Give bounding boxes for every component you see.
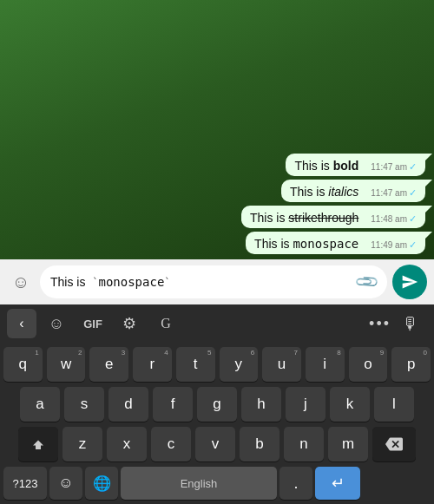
key-d[interactable]: d [108, 387, 148, 422]
sticker-button[interactable]: ☺ [40, 309, 73, 338]
key-language[interactable]: English [121, 467, 277, 500]
keyboard-row-3: z x c v b n m [0, 424, 434, 464]
gif-button[interactable]: GIF [76, 309, 109, 338]
text-input-field[interactable]: This is `monospace` 📎 [40, 265, 387, 298]
key-t[interactable]: 5t [176, 347, 215, 382]
keyboard-row-2: a s d f g h j k l [0, 384, 434, 424]
key-enter[interactable]: ↵ [315, 467, 360, 500]
key-y[interactable]: 6y [220, 347, 259, 382]
message-text-mono: This is monospace [254, 237, 358, 251]
message-bold: This is bold 11:47 am ✓ [286, 154, 425, 176]
key-b[interactable]: b [240, 427, 279, 461]
key-f[interactable]: f [153, 387, 193, 422]
message-text-italic: This is italics [290, 185, 358, 199]
translate-button[interactable]: G [149, 309, 182, 338]
message-italic: This is italics 11:47 am ✓ [281, 180, 425, 202]
key-period[interactable]: . [279, 467, 312, 500]
keyboard-back-button[interactable]: ‹ [7, 309, 36, 338]
key-numbers[interactable]: ?123 [3, 467, 47, 500]
key-h[interactable]: h [241, 387, 281, 422]
message-meta-strikethrough: 11:48 am ✓ [364, 213, 417, 225]
mic-button[interactable]: 🎙 [394, 309, 427, 338]
input-text-content: This is `monospace` [50, 275, 354, 289]
key-q[interactable]: 1q [3, 347, 43, 382]
key-e[interactable]: 3e [89, 347, 128, 382]
key-p[interactable]: 0p [391, 347, 431, 382]
more-options-button[interactable]: ••• [369, 315, 391, 333]
message-meta-mono: 11:49 am ✓ [364, 239, 417, 251]
key-globe[interactable]: 🌐 [85, 467, 118, 500]
message-text-bold: This is bold [294, 159, 358, 173]
key-k[interactable]: k [330, 387, 370, 422]
key-n[interactable]: n [284, 427, 324, 461]
key-g[interactable]: g [197, 387, 237, 422]
check-icon-italic: ✓ [409, 187, 417, 199]
send-button[interactable] [392, 265, 427, 299]
message-text-strikethrough: This is strikethrough [250, 211, 358, 225]
check-icon-bold: ✓ [409, 161, 417, 173]
attach-icon[interactable]: 📎 [353, 268, 380, 295]
check-icon-mono: ✓ [409, 239, 417, 251]
key-c[interactable]: c [151, 427, 191, 461]
key-l[interactable]: l [374, 387, 414, 422]
key-i[interactable]: 8i [306, 347, 345, 382]
key-o[interactable]: 9o [349, 347, 388, 382]
message-strikethrough: This is strikethrough 11:48 am ✓ [241, 206, 425, 228]
check-icon-strikethrough: ✓ [409, 213, 417, 225]
input-bar: ☺ This is `monospace` 📎 [0, 259, 434, 304]
key-a[interactable]: a [20, 387, 60, 422]
message-mono: This is monospace 11:49 am ✓ [246, 232, 425, 254]
key-delete[interactable] [372, 427, 416, 461]
chat-area: This is bold 11:47 am ✓ This is italics … [0, 0, 434, 259]
keyboard-bottom-bar: ?123 ☺ 🌐 English . ↵ [0, 464, 434, 504]
key-j[interactable]: j [286, 387, 326, 422]
key-v[interactable]: v [195, 427, 235, 461]
key-w[interactable]: 2w [47, 347, 86, 382]
keyboard-row-1: 1q 2w 3e 4r 5t 6y 7u 8i 9o 0p [0, 344, 434, 384]
key-z[interactable]: z [62, 427, 102, 461]
message-meta-italic: 11:47 am ✓ [364, 187, 417, 199]
keyboard-toolbar: ‹ ☺ GIF ⚙ G ••• 🎙 [0, 304, 434, 343]
settings-button[interactable]: ⚙ [113, 309, 146, 338]
key-shift[interactable] [18, 427, 58, 461]
key-m[interactable]: m [328, 427, 368, 461]
message-meta-bold: 11:47 am ✓ [364, 161, 417, 173]
key-u[interactable]: 7u [262, 347, 301, 382]
emoji-button[interactable]: ☺ [7, 268, 35, 296]
keyboard-main: 1q 2w 3e 4r 5t 6y 7u 8i 9o 0p a s d f g … [0, 343, 434, 504]
key-emoji[interactable]: ☺ [49, 467, 82, 500]
key-r[interactable]: 4r [133, 347, 172, 382]
key-x[interactable]: x [107, 427, 147, 461]
key-s[interactable]: s [64, 387, 104, 422]
